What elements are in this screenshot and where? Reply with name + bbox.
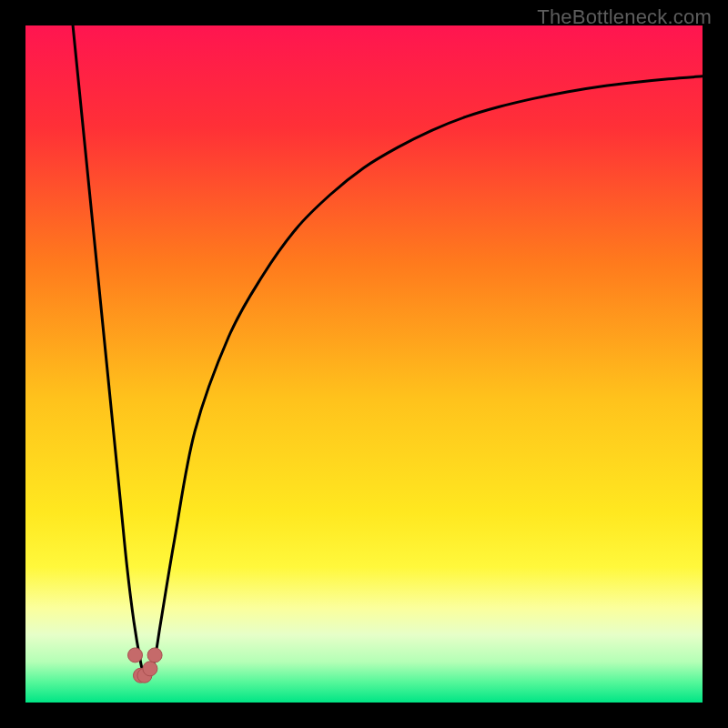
bottleneck-curve: [25, 25, 703, 703]
curve-marker: [143, 662, 157, 676]
plot-area: [25, 25, 703, 703]
curve-marker: [128, 648, 143, 662]
chart-frame: TheBottleneck.com: [0, 0, 728, 728]
curve-marker: [147, 648, 162, 662]
watermark-text: TheBottleneck.com: [537, 5, 712, 29]
